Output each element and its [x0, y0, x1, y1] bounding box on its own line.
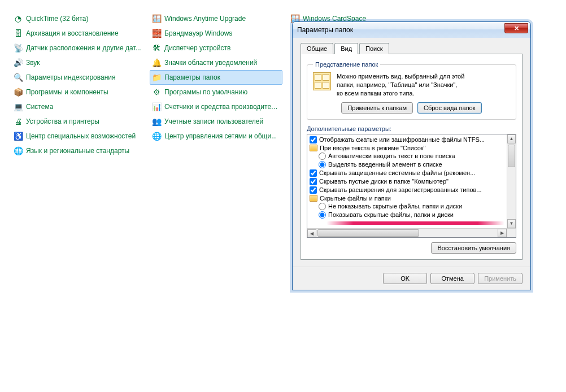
cp-item-icon: 🌐	[152, 132, 161, 141]
tree-row[interactable]: Скрывать расширения для зарегистрированн…	[308, 186, 516, 194]
apply-button[interactable]: Применить	[478, 273, 523, 284]
tab-search[interactable]: Поиск	[359, 43, 389, 54]
cp-item[interactable]: 🔍Параметры индексирования	[11, 70, 144, 85]
tab-content: Представление папок Можно применить вид,…	[301, 54, 523, 260]
tree-radio[interactable]	[319, 153, 326, 160]
cp-item-label: Параметры индексирования	[26, 73, 115, 81]
tree-radio[interactable]	[319, 211, 326, 219]
apply-to-folders-button[interactable]: Применить к папкам	[341, 102, 413, 114]
dialog-footer: OK Отмена Применить	[293, 267, 530, 290]
cp-item[interactable]: 🔊Звук	[11, 55, 144, 70]
scroll-thumb[interactable]	[508, 145, 515, 167]
cp-item[interactable]: 🔔Значки области уведомлений	[150, 55, 282, 70]
cp-item-label: Windows Anytime Upgrade	[164, 15, 246, 23]
cancel-button[interactable]: Отмена	[430, 273, 474, 284]
cp-item-label: Звук	[26, 59, 40, 67]
cp-item[interactable]: 🌐Центр управления сетями и общи...	[150, 129, 282, 143]
tab-general[interactable]: Общие	[301, 43, 333, 54]
cp-item-label: Счетчики и средства производител...	[164, 103, 280, 111]
tabs: Общие Вид Поиск	[301, 42, 523, 54]
tree-row[interactable]: Не показывать скрытые файлы, папки и дис…	[308, 202, 516, 211]
cp-item[interactable]: 🗄Архивация и восстановление	[11, 26, 144, 41]
tree-row[interactable]: Показывать скрытые файлы, папки и диски	[308, 211, 516, 219]
cp-item[interactable]: ♿Центр специальных возможностей	[11, 129, 144, 143]
cp-item[interactable]: 📡Датчик расположения и другие дат...	[11, 41, 144, 55]
cp-item[interactable]: 🧱Брандмауэр Windows	[150, 26, 282, 41]
cp-item-label: Параметры папок	[164, 73, 220, 81]
cp-item-label: Брандмауэр Windows	[164, 29, 232, 37]
hscroll-thumb[interactable]	[317, 229, 419, 237]
cp-item-icon: 📁	[152, 73, 161, 82]
tree-radio[interactable]	[319, 203, 326, 210]
cp-item[interactable]: 💻Система	[11, 99, 144, 114]
tree-checkbox[interactable]	[310, 136, 317, 143]
tree-row[interactable]: При вводе текста в режиме "Список"	[308, 144, 516, 152]
tree-checkbox[interactable]	[310, 169, 317, 177]
folder-view-text: Можно применить вид, выбранный для этой …	[337, 72, 464, 98]
ok-button[interactable]: OK	[383, 273, 427, 284]
dialog-title: Параметры папок	[297, 26, 353, 34]
cp-item-label: Центр управления сетями и общи...	[164, 132, 277, 140]
tree-checkbox[interactable]	[310, 178, 317, 185]
tree-row[interactable]: Скрывать защищенные системные файлы (рек…	[308, 169, 516, 177]
cp-item[interactable]: 📁Параметры папок	[150, 70, 282, 85]
reset-folders-button[interactable]: Сброс вида папок	[417, 102, 482, 114]
close-button[interactable]: ✕	[504, 23, 528, 33]
tree-label: Скрытые файлы и папки	[320, 195, 391, 202]
cp-item-icon: 🔔	[152, 58, 161, 67]
tab-view[interactable]: Вид	[334, 43, 358, 54]
cp-item-icon: 🪟	[152, 14, 161, 23]
scroll-left-icon[interactable]: ◀	[307, 229, 316, 238]
advanced-tree[interactable]: Отображать сжатые или зашифрованные файл…	[307, 134, 516, 238]
cp-item[interactable]: ⚙Программы по умолчанию	[150, 85, 282, 99]
cp-item-icon: 🌐	[14, 146, 23, 155]
cp-item[interactable]: 🛠Диспетчер устройств	[150, 41, 282, 55]
cp-item-label: Значки области уведомлений	[164, 59, 257, 67]
cp-item-icon: 🔊	[14, 58, 23, 67]
cp-item-label: Программы и компоненты	[26, 88, 108, 96]
tree-label: Скрывать защищенные системные файлы (рек…	[319, 169, 475, 176]
vertical-scrollbar[interactable]: ▲ ▼	[507, 134, 516, 228]
cp-item-icon: 📊	[152, 102, 161, 111]
cp-item-label: Система	[26, 103, 53, 111]
scroll-up-icon[interactable]: ▲	[507, 134, 516, 143]
folder-icon	[310, 145, 317, 151]
tree-label: Автоматически вводить текст в поле поиск…	[328, 153, 455, 159]
cp-item[interactable]: 🪟Windows Anytime Upgrade	[150, 11, 282, 26]
cp-item[interactable]: 👥Учетные записи пользователей	[150, 114, 282, 129]
tree-row[interactable]: Выделять введенный элемент в списке	[308, 160, 516, 169]
cp-item[interactable]: 📊Счетчики и средства производител...	[150, 99, 282, 114]
scroll-down-icon[interactable]: ▼	[507, 219, 516, 228]
tree-row[interactable]: Автоматически вводить текст в поле поиск…	[308, 152, 516, 160]
group-legend: Представление папок	[313, 61, 380, 68]
cp-item-icon: 🖨	[14, 117, 23, 126]
cp-item[interactable]: 🖨Устройства и принтеры	[11, 114, 144, 129]
horizontal-scrollbar[interactable]: ◀ ▶	[307, 228, 507, 237]
cp-item-icon: 📡	[14, 43, 23, 53]
scroll-corner	[507, 228, 516, 237]
folder-views-group: Представление папок Можно применить вид,…	[307, 61, 516, 120]
cp-item-icon: 🔍	[14, 73, 23, 82]
cp-item[interactable]: 📦Программы и компоненты	[11, 85, 144, 99]
cp-item-icon: ⚙	[152, 88, 161, 97]
restore-defaults-button[interactable]: Восстановить умолчания	[431, 242, 516, 254]
cp-item-label: Программы по умолчанию	[164, 88, 247, 96]
cp-item[interactable]: ◔QuickTime (32 бита)	[11, 11, 144, 26]
tree-checkbox[interactable]	[310, 186, 317, 194]
tree-row[interactable]: Отображать сжатые или зашифрованные файл…	[308, 136, 516, 144]
scroll-right-icon[interactable]: ▶	[498, 229, 507, 237]
cp-item-icon: 📦	[14, 88, 23, 97]
cp-item[interactable]: 🌐Язык и региональные стандарты	[11, 143, 144, 158]
cp-item-icon: 💻	[14, 102, 23, 111]
cp-item-label: Язык и региональные стандарты	[26, 147, 129, 155]
tree-radio[interactable]	[319, 161, 326, 168]
tree-row[interactable]: Скрытые файлы и папки	[308, 194, 516, 202]
tree-row[interactable]: Скрывать пустые диски в папке "Компьютер…	[308, 177, 516, 186]
cp-item-icon: ◔	[14, 14, 23, 23]
tree-label: Выделять введенный элемент в списке	[328, 161, 442, 168]
cp-item-icon: 🗄	[14, 29, 23, 38]
dialog-titlebar[interactable]: Параметры папок ✕	[293, 22, 530, 38]
cp-item-label: Учетные записи пользователей	[164, 117, 263, 125]
highlight-marker	[326, 221, 504, 225]
folder-view-icon	[313, 72, 331, 90]
